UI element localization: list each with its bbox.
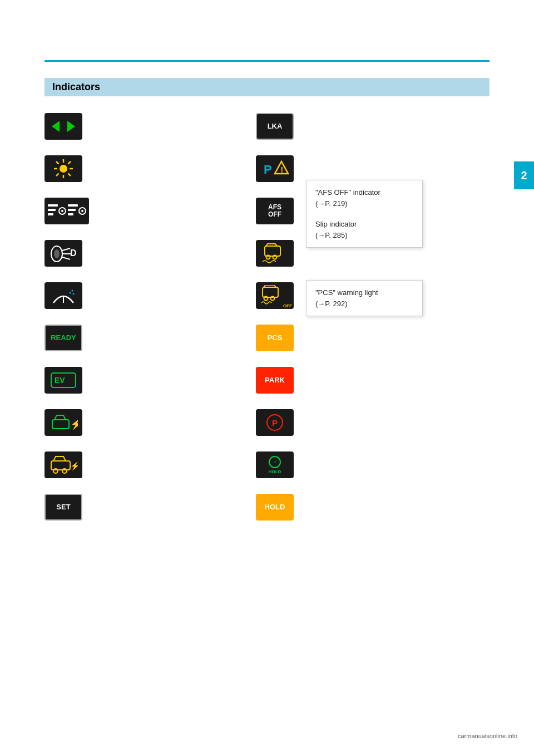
afs-off-text: AFSOFF	[268, 204, 281, 218]
indicators-grid: D	[44, 113, 490, 521]
hold-inner-o: ○	[273, 459, 276, 465]
ev-icon: EV	[44, 367, 82, 394]
circled-p-icon: P	[256, 409, 294, 436]
svg-rect-16	[68, 213, 73, 215]
arrow-indicator	[52, 121, 75, 132]
lka-text: LKA	[268, 122, 283, 131]
list-item: ⚡	[44, 409, 211, 436]
callout-afs-line1: "AFS OFF" indicator(→P. 219)	[315, 187, 413, 209]
set-icon: SET	[44, 494, 82, 521]
park-text: PARK	[265, 376, 285, 385]
right-column: LKA P ! AFSOFF	[256, 113, 423, 521]
section-title: Indicators	[52, 81, 100, 93]
list-item: P	[256, 409, 423, 436]
beam-pattern-icon	[44, 198, 89, 224]
arrow-left-icon	[52, 121, 60, 132]
slip-off-icon: OFF	[256, 282, 294, 309]
svg-rect-9	[48, 204, 58, 207]
list-item	[44, 282, 211, 309]
svg-rect-33	[51, 461, 70, 470]
circled-p-symbol: P	[266, 414, 283, 431]
svg-text:EV: EV	[55, 376, 65, 385]
svg-point-28	[73, 293, 75, 295]
beam-svg	[47, 200, 87, 222]
svg-point-13	[61, 210, 63, 212]
svg-point-26	[70, 292, 71, 294]
svg-point-27	[72, 290, 73, 292]
ready-text: READY	[51, 333, 76, 342]
slip-icon	[256, 240, 294, 267]
watermark-text: carmanualsonline.info	[458, 733, 517, 739]
svg-rect-31	[52, 420, 69, 429]
callout-pcs-line1: "PCS" warning light(→P. 292)	[315, 287, 413, 309]
pcs-callout: "PCS" warning light(→P. 292)	[306, 280, 423, 316]
svg-point-0	[60, 165, 67, 173]
park-icon: PARK	[256, 367, 294, 394]
wiper-icon	[44, 282, 82, 309]
parking-alert-icon: P !	[256, 155, 294, 182]
list-item: READY	[44, 325, 211, 351]
list-item: P !	[256, 155, 423, 182]
left-column: D	[44, 113, 211, 521]
charging-icon: ⚡	[44, 409, 82, 436]
parking-alert-svg: P !	[260, 158, 289, 179]
set-text: SET	[56, 503, 70, 512]
svg-text:⚡: ⚡	[70, 462, 78, 471]
ev-svg: EV	[49, 370, 78, 391]
top-line	[44, 60, 490, 62]
hold-fill-icon: HOLD	[256, 494, 294, 521]
svg-rect-11	[48, 213, 53, 215]
lka-icon: LKA	[256, 113, 294, 140]
svg-rect-40	[265, 246, 280, 256]
wiper-svg	[49, 285, 78, 306]
svg-point-20	[54, 249, 60, 258]
callout-slip-line1: Slip indicator(→P. 285)	[315, 219, 413, 240]
pcs-icon: PCS	[256, 325, 294, 351]
svg-line-8	[56, 174, 59, 176]
svg-text:⚡: ⚡	[70, 418, 78, 430]
afs-off-icon: AFSOFF	[256, 198, 294, 224]
brake-hold-icon: ⚡	[44, 451, 82, 478]
afs-off-callout: "AFS OFF" indicator(→P. 219) Slip indica…	[306, 180, 423, 248]
list-item	[44, 113, 211, 140]
hold-circle-container: ○ HOLD	[269, 456, 281, 474]
charging-svg: ⚡	[49, 412, 78, 433]
list-item: SET	[44, 494, 211, 521]
section-number: 2	[521, 169, 527, 182]
svg-text:P: P	[264, 163, 272, 176]
list-item: PCS "PCS" warning light(→P. 292)	[256, 325, 423, 351]
list-item: ○ HOLD	[256, 451, 423, 478]
hold-circle-ring: ○	[269, 456, 281, 468]
svg-line-5	[56, 161, 59, 164]
list-item: EV	[44, 367, 211, 394]
list-item	[44, 155, 211, 182]
headlight-icon: D	[44, 240, 82, 267]
svg-point-18	[81, 210, 83, 212]
header-bar: Indicators	[44, 78, 490, 96]
list-item: HOLD	[256, 494, 423, 521]
svg-line-21	[62, 248, 70, 251]
svg-rect-43	[263, 287, 278, 297]
list-item: PARK	[256, 367, 423, 394]
svg-line-7	[68, 161, 71, 164]
hold-circle-icon: ○ HOLD	[256, 451, 294, 478]
sun-svg	[53, 158, 74, 179]
list-item: LKA	[256, 113, 423, 140]
pcs-text: PCS	[268, 333, 283, 342]
headlight-svg: D	[49, 243, 78, 264]
svg-line-6	[68, 174, 71, 176]
list-item: ⚡	[44, 451, 211, 478]
ready-icon: READY	[44, 325, 82, 351]
svg-line-23	[62, 257, 70, 259]
list-item: AFSOFF "AFS OFF" indicator(→P. 219) Slip…	[256, 198, 423, 224]
page-container: 2 Indicators	[0, 0, 534, 756]
off-label-text: OFF	[283, 303, 292, 308]
hold-circle-label: HOLD	[269, 469, 281, 474]
hold-fill-text: HOLD	[265, 503, 285, 512]
svg-rect-10	[48, 209, 56, 211]
svg-text:!: !	[281, 165, 284, 174]
svg-rect-14	[68, 204, 78, 207]
svg-text:D: D	[70, 248, 77, 258]
turn-signals-icon	[44, 113, 82, 140]
brake-svg: ⚡	[49, 454, 78, 475]
